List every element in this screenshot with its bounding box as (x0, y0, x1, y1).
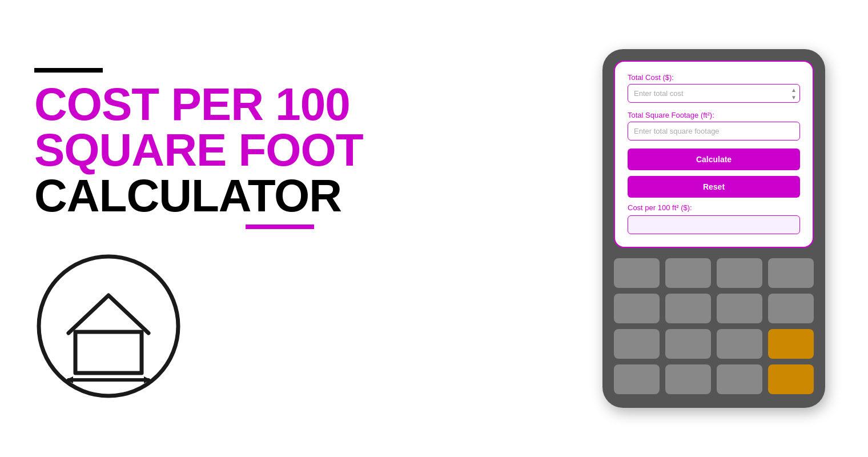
reset-button[interactable]: Reset (628, 176, 800, 198)
total-cost-input[interactable] (628, 84, 800, 103)
calculator-widget: Total Cost ($): ▲ ▼ Total Square Footage… (602, 49, 825, 408)
total-cost-spinner[interactable]: ▲ ▼ (791, 87, 797, 101)
house-icon (34, 252, 183, 400)
key-btn-12-orange[interactable] (768, 329, 814, 359)
key-btn-5[interactable] (614, 294, 660, 323)
key-btn-13[interactable] (614, 364, 660, 394)
top-bar-decoration (34, 68, 103, 73)
key-btn-1[interactable] (614, 258, 660, 288)
title-line1: COST PER 100 (34, 82, 594, 127)
spinner-down-icon[interactable]: ▼ (791, 94, 797, 101)
key-btn-10[interactable] (665, 329, 711, 359)
result-input (628, 215, 800, 234)
calculate-button[interactable]: Calculate (628, 149, 800, 170)
key-btn-11[interactable] (717, 329, 762, 359)
key-btn-3[interactable] (717, 258, 762, 288)
total-cost-label: Total Cost ($): (628, 73, 800, 82)
key-btn-16-orange[interactable] (768, 364, 814, 394)
calc-display-panel: Total Cost ($): ▲ ▼ Total Square Footage… (614, 61, 814, 248)
keypad (614, 258, 814, 394)
total-sqft-input[interactable] (628, 122, 800, 141)
spinner-up-icon[interactable]: ▲ (791, 87, 797, 93)
result-label: Cost per 100 ft² ($): (628, 203, 800, 212)
title-line2: SQUARE FOOT (34, 127, 594, 173)
right-section: Total Cost ($): ▲ ▼ Total Square Footage… (594, 49, 834, 408)
total-sqft-label: Total Square Footage (ft²): (628, 111, 800, 119)
key-btn-7[interactable] (717, 294, 762, 323)
total-cost-field-wrapper: ▲ ▼ (628, 84, 800, 103)
key-btn-2[interactable] (665, 258, 711, 288)
total-sqft-field-wrapper (628, 122, 800, 141)
key-btn-8[interactable] (768, 294, 814, 323)
left-section: COST PER 100 SQUARE FOOT CALCULATOR (34, 57, 594, 400)
house-illustration-area (34, 252, 594, 400)
key-btn-14[interactable] (665, 364, 711, 394)
key-btn-4[interactable] (768, 258, 814, 288)
key-btn-9[interactable] (614, 329, 660, 359)
title-line3: CALCULATOR (34, 173, 594, 219)
key-btn-15[interactable] (717, 364, 762, 394)
svg-rect-1 (75, 332, 142, 373)
key-btn-6[interactable] (665, 294, 711, 323)
title-underline-decoration (246, 225, 314, 229)
